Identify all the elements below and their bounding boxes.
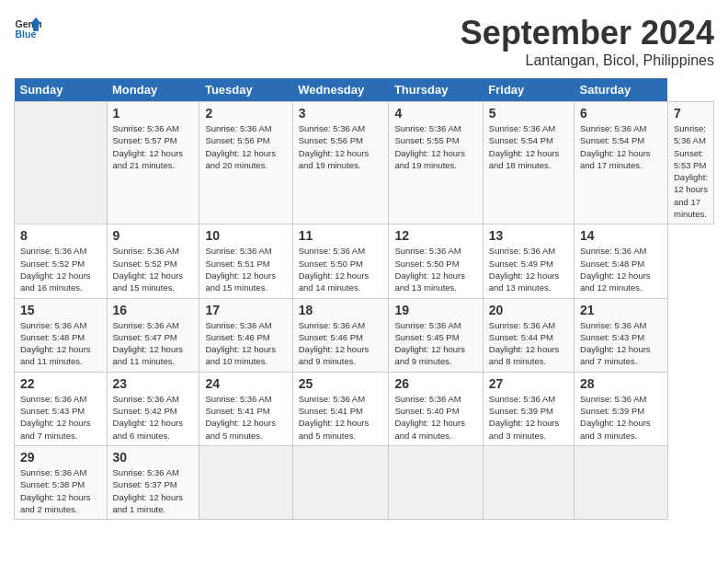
calendar-cell: 26Sunrise: 5:36 AMSunset: 5:40 PMDayligh… (389, 372, 483, 445)
calendar-cell: 19Sunrise: 5:36 AMSunset: 5:45 PMDayligh… (389, 298, 483, 372)
calendar-cell (292, 445, 389, 519)
day-info: Sunrise: 5:36 AMSunset: 5:39 PMDaylight:… (580, 393, 662, 442)
day-number: 27 (489, 376, 568, 391)
calendar-cell: 27Sunrise: 5:36 AMSunset: 5:39 PMDayligh… (483, 372, 574, 445)
calendar-cell (574, 445, 668, 519)
day-number: 24 (205, 376, 286, 391)
calendar-cell: 20Sunrise: 5:36 AMSunset: 5:44 PMDayligh… (483, 298, 574, 372)
calendar-cell: 16Sunrise: 5:36 AMSunset: 5:47 PMDayligh… (107, 298, 199, 372)
day-number: 18 (299, 303, 383, 317)
day-info: Sunrise: 5:36 AMSunset: 5:52 PMDaylight:… (113, 245, 194, 293)
week-row-5: 29Sunrise: 5:36 AMSunset: 5:38 PMDayligh… (15, 445, 714, 519)
day-number: 14 (580, 228, 662, 243)
month-title: September 2024 (461, 14, 714, 52)
day-number: 9 (113, 228, 194, 243)
day-number: 12 (394, 228, 476, 243)
day-number: 22 (20, 376, 101, 391)
day-header-thursday: Thursday (389, 78, 483, 102)
day-info: Sunrise: 5:36 AMSunset: 5:44 PMDaylight:… (489, 319, 568, 368)
day-number: 21 (580, 303, 662, 317)
day-number: 13 (489, 228, 568, 243)
calendar-cell: 8Sunrise: 5:36 AMSunset: 5:52 PMDaylight… (15, 224, 108, 298)
day-header-sunday: Sunday (15, 78, 108, 102)
day-info: Sunrise: 5:36 AMSunset: 5:52 PMDaylight:… (20, 245, 101, 293)
calendar-cell: 14Sunrise: 5:36 AMSunset: 5:48 PMDayligh… (574, 224, 668, 298)
day-info: Sunrise: 5:36 AMSunset: 5:39 PMDaylight:… (489, 393, 568, 442)
day-header-wednesday: Wednesday (292, 78, 389, 102)
page-container: General Blue September 2024 Lantangan, B… (0, 0, 728, 529)
day-number: 16 (113, 303, 194, 317)
day-number: 28 (580, 376, 662, 391)
day-number: 2 (205, 106, 286, 121)
day-number: 4 (394, 106, 476, 121)
logo: General Blue (14, 14, 43, 41)
calendar-cell: 12Sunrise: 5:36 AMSunset: 5:50 PMDayligh… (389, 224, 483, 298)
calendar-cell: 2Sunrise: 5:36 AMSunset: 5:56 PMDaylight… (199, 102, 292, 224)
calendar-cell: 17Sunrise: 5:36 AMSunset: 5:46 PMDayligh… (199, 298, 292, 372)
day-number: 17 (205, 303, 286, 317)
day-info: Sunrise: 5:36 AMSunset: 5:41 PMDaylight:… (205, 393, 286, 442)
calendar-cell: 7Sunrise: 5:36 AMSunset: 5:53 PMDaylight… (667, 102, 713, 224)
day-info: Sunrise: 5:36 AMSunset: 5:50 PMDaylight:… (394, 245, 476, 293)
day-number: 10 (205, 228, 286, 243)
day-number: 11 (299, 228, 383, 243)
day-info: Sunrise: 5:36 AMSunset: 5:50 PMDaylight:… (299, 245, 383, 293)
logo-icon: General Blue (14, 14, 41, 41)
calendar-cell: 21Sunrise: 5:36 AMSunset: 5:43 PMDayligh… (574, 298, 668, 372)
svg-text:Blue: Blue (16, 29, 37, 40)
day-info: Sunrise: 5:36 AMSunset: 5:54 PMDaylight:… (489, 122, 568, 171)
day-info: Sunrise: 5:36 AMSunset: 5:45 PMDaylight:… (394, 319, 476, 368)
calendar-cell: 18Sunrise: 5:36 AMSunset: 5:46 PMDayligh… (292, 298, 389, 372)
calendar-cell: 10Sunrise: 5:36 AMSunset: 5:51 PMDayligh… (199, 224, 292, 298)
day-header-tuesday: Tuesday (199, 78, 292, 102)
day-number: 26 (394, 376, 476, 391)
week-row-4: 22Sunrise: 5:36 AMSunset: 5:43 PMDayligh… (15, 372, 714, 445)
calendar-cell: 25Sunrise: 5:36 AMSunset: 5:41 PMDayligh… (292, 372, 389, 445)
day-number: 23 (113, 376, 194, 391)
day-number: 1 (113, 106, 194, 121)
day-info: Sunrise: 5:36 AMSunset: 5:53 PMDaylight:… (674, 122, 708, 220)
day-info: Sunrise: 5:36 AMSunset: 5:38 PMDaylight:… (20, 466, 101, 515)
calendar-cell: 30Sunrise: 5:36 AMSunset: 5:37 PMDayligh… (107, 445, 199, 519)
calendar-cell: 9Sunrise: 5:36 AMSunset: 5:52 PMDaylight… (107, 224, 199, 298)
calendar-cell: 28Sunrise: 5:36 AMSunset: 5:39 PMDayligh… (574, 372, 668, 445)
day-number: 25 (299, 376, 383, 391)
calendar-cell: 22Sunrise: 5:36 AMSunset: 5:43 PMDayligh… (15, 372, 108, 445)
day-info: Sunrise: 5:36 AMSunset: 5:48 PMDaylight:… (580, 245, 662, 293)
calendar-cell: 23Sunrise: 5:36 AMSunset: 5:42 PMDayligh… (107, 372, 199, 445)
calendar-cell: 13Sunrise: 5:36 AMSunset: 5:49 PMDayligh… (483, 224, 574, 298)
day-number: 5 (489, 106, 568, 121)
location-subtitle: Lantangan, Bicol, Philippines (461, 52, 714, 69)
day-number: 3 (299, 106, 383, 121)
day-header-saturday: Saturday (574, 78, 668, 102)
day-number: 29 (20, 450, 101, 465)
day-info: Sunrise: 5:36 AMSunset: 5:46 PMDaylight:… (299, 319, 383, 368)
day-number: 15 (20, 303, 101, 317)
day-header-monday: Monday (107, 78, 199, 102)
day-number: 19 (394, 303, 476, 317)
day-info: Sunrise: 5:36 AMSunset: 5:54 PMDaylight:… (580, 122, 662, 171)
calendar-cell: 11Sunrise: 5:36 AMSunset: 5:50 PMDayligh… (292, 224, 389, 298)
day-info: Sunrise: 5:36 AMSunset: 5:56 PMDaylight:… (299, 122, 383, 171)
calendar-cell: 1Sunrise: 5:36 AMSunset: 5:57 PMDaylight… (107, 102, 199, 224)
calendar-cell: 4Sunrise: 5:36 AMSunset: 5:55 PMDaylight… (389, 102, 483, 224)
day-info: Sunrise: 5:36 AMSunset: 5:48 PMDaylight:… (20, 319, 101, 368)
week-row-3: 15Sunrise: 5:36 AMSunset: 5:48 PMDayligh… (15, 298, 714, 372)
day-info: Sunrise: 5:36 AMSunset: 5:46 PMDaylight:… (205, 319, 286, 368)
day-header-friday: Friday (483, 78, 574, 102)
day-info: Sunrise: 5:36 AMSunset: 5:47 PMDaylight:… (113, 319, 194, 368)
title-block: September 2024 Lantangan, Bicol, Philipp… (461, 14, 714, 69)
calendar-cell (199, 445, 292, 519)
day-number: 6 (580, 106, 662, 121)
day-info: Sunrise: 5:36 AMSunset: 5:51 PMDaylight:… (205, 245, 286, 293)
calendar-cell: 6Sunrise: 5:36 AMSunset: 5:54 PMDaylight… (574, 102, 668, 224)
day-info: Sunrise: 5:36 AMSunset: 5:42 PMDaylight:… (113, 393, 194, 442)
day-info: Sunrise: 5:36 AMSunset: 5:57 PMDaylight:… (113, 122, 194, 171)
day-info: Sunrise: 5:36 AMSunset: 5:40 PMDaylight:… (394, 393, 476, 442)
calendar-table: SundayMondayTuesdayWednesdayThursdayFrid… (14, 78, 714, 520)
day-number: 8 (20, 228, 101, 243)
day-number: 7 (674, 106, 708, 121)
calendar-cell: 5Sunrise: 5:36 AMSunset: 5:54 PMDaylight… (483, 102, 574, 224)
calendar-cell (483, 445, 574, 519)
header-row: SundayMondayTuesdayWednesdayThursdayFrid… (15, 78, 714, 102)
